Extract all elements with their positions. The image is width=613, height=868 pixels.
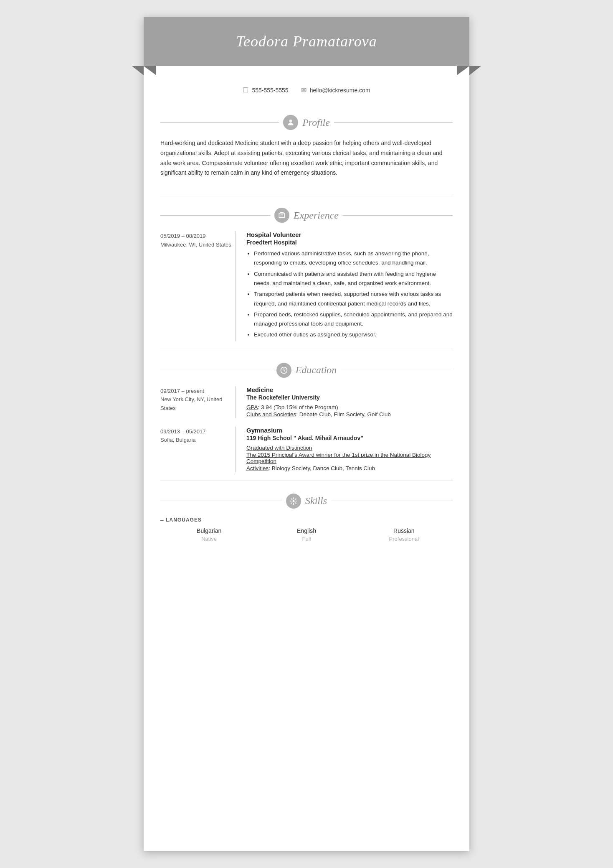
section-line-right [331,501,453,501]
section-line-left [160,370,272,370]
lang-level-english: Full [302,536,311,542]
edu-details-2: Gymnasium 119 High School " Akad. Mihail… [246,427,453,472]
svg-point-0 [289,120,292,122]
header-banner: Teodora Pramatarova [144,17,469,66]
lang-name-russian: Russian [393,527,415,534]
exp-date-1: 05/2019 – 08/2019 [160,232,236,241]
email-contact: ✉ hello@kickresume.com [301,86,370,94]
activities-label: Activities [246,465,269,471]
edu-date-1: 09/2017 – present [160,387,236,396]
exp-bullet-1-5: Executed other duties as assigned by sup… [254,330,453,339]
edu-activities-2: Activities: Biology Society, Dance Club,… [246,465,453,471]
education-entry-2: 09/2013 – 05/2017 Sofia, Bulgaria Gymnas… [160,427,453,472]
section-line-right [334,122,453,123]
email-icon: ✉ [301,86,306,94]
edu-location-1: New York City, NY, United States [160,395,236,413]
edu-degree-1: Medicine [246,386,453,393]
edu-institution-2: 119 High School " Akad. Mihail Arnaudov" [246,435,453,441]
candidate-name: Teodora Pramatarova [152,33,461,50]
education-content: 09/2017 – present New York City, NY, Uni… [144,386,469,472]
edu-institution-1: The Rockefeller University [246,394,453,401]
exp-bullet-1-2: Communicated with patients and assisted … [254,270,453,288]
skills-section-title: Skills [305,495,327,507]
education-entry-1: 09/2017 – present New York City, NY, Uni… [160,386,453,418]
section-line-left [160,215,270,216]
experience-entry-1: 05/2019 – 08/2019 Milwaukee, WI, United … [160,231,453,341]
exp-bullet-1-1: Performed various administrative tasks, … [254,249,453,268]
gpa-label: GPA [246,404,258,410]
edu-date-location-1: 09/2017 – present New York City, NY, Uni… [160,386,236,418]
edu-location-2: Sofia, Bulgaria [160,436,236,445]
skills-content: – LANGUAGES Bulgarian Native English Ful… [144,517,469,542]
contact-bar: ☐ 555-555-5555 ✉ hello@kickresume.com [144,74,469,102]
profile-icon [283,115,298,130]
edu-distinction: Graduated with Distinction [246,445,453,451]
education-section-header: Education [160,363,453,378]
divider-2 [160,350,453,350]
exp-divider-1 [236,231,236,341]
section-line-right [343,215,453,216]
section-line-right [341,370,453,370]
languages-category: LANGUAGES [166,517,202,523]
edu-award: The 2015 Principal's Award winner for th… [246,452,453,464]
profile-section-header: Profile [160,115,453,130]
education-icon [276,363,291,378]
resume-page: Teodora Pramatarova ☐ 555-555-5555 ✉ hel… [144,17,469,851]
section-line-left [160,501,282,501]
edu-degree-2: Gymnasium [246,427,453,434]
divider-3 [160,481,453,481]
email-address: hello@kickresume.com [310,87,370,94]
experience-section-title: Experience [294,210,339,221]
lang-name-bulgarian: Bulgarian [197,527,221,534]
exp-bullet-1-4: Prepared beds, restocked supplies, sched… [254,310,453,329]
exp-details-1: Hospital Volunteer Froedtert Hospital Pe… [246,231,453,341]
divider-1 [160,195,453,195]
activities-value: Biology Society, Dance Club, Tennis Club [272,465,375,471]
svg-rect-1 [279,213,284,218]
languages-dash: – [160,517,163,523]
gpa-value: 3.94 (Top 15% of the Program) [261,404,338,410]
section-line-left [160,122,279,123]
exp-location-1: Milwaukee, WI, United States [160,241,236,249]
experience-content: 05/2019 – 08/2019 Milwaukee, WI, United … [144,231,469,341]
languages-grid: Bulgarian Native English Full Russian Pr… [160,527,453,542]
ribbon-right-fold [457,66,469,75]
ribbon-left-fold [144,66,156,75]
experience-section-header: Experience [160,208,453,223]
clubs-label: Clubs and Societies [246,411,296,417]
lang-level-bulgarian: Native [201,536,217,542]
edu-date-location-2: 09/2013 – 05/2017 Sofia, Bulgaria [160,427,236,472]
edu-divider-2 [236,427,236,472]
language-english: English Full [258,527,355,542]
skills-icon [286,494,301,509]
edu-details-1: Medicine The Rockefeller University GPA:… [246,386,453,418]
exp-org-1: Froedtert Hospital [246,239,453,246]
experience-icon [274,208,289,223]
lang-name-english: English [297,527,316,534]
edu-gpa-1: GPA: 3.94 (Top 15% of the Program) [246,404,453,410]
profile-section-title: Profile [302,117,330,128]
exp-bullets-1: Performed various administrative tasks, … [246,249,453,339]
edu-divider-1 [236,386,236,418]
profile-text: Hard-working and dedicated Medicine stud… [144,138,469,186]
svg-point-5 [293,500,295,502]
phone-contact: ☐ 555-555-5555 [243,86,288,94]
education-section-title: Education [296,364,337,376]
exp-bullet-1-3: Transported patients when needed, suppor… [254,290,453,308]
clubs-value: Debate Club, Film Society, Golf Club [299,411,391,417]
language-bulgarian: Bulgarian Native [160,527,258,542]
edu-clubs-1: Clubs and Societies: Debate Club, Film S… [246,411,453,417]
phone-icon: ☐ [243,86,248,94]
exp-job-title-1: Hospital Volunteer [246,231,453,238]
language-russian: Russian Professional [355,527,453,542]
skills-section-header: Skills [160,494,453,509]
lang-level-russian: Professional [389,536,419,542]
edu-date-2: 09/2013 – 05/2017 [160,428,236,436]
languages-label-row: – LANGUAGES [160,517,453,523]
phone-number: 555-555-5555 [252,87,288,94]
exp-date-location-1: 05/2019 – 08/2019 Milwaukee, WI, United … [160,231,236,341]
